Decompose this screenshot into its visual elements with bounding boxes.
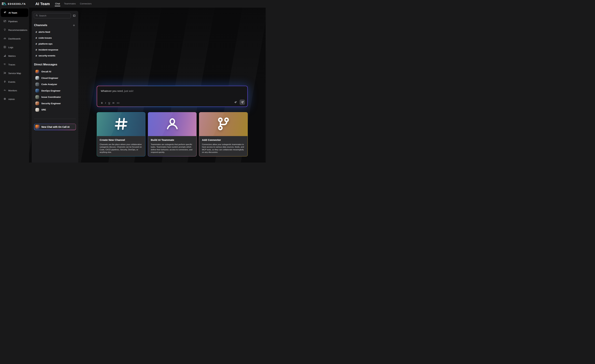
nav-item-recommendations[interactable]: Recommendations	[0, 26, 29, 34]
hash-icon: #	[35, 54, 37, 57]
nav-item-service-map[interactable]: Service Map	[0, 69, 29, 78]
gear-icon	[3, 97, 6, 101]
ai-sparkle-icon[interactable]	[234, 101, 237, 104]
italic-button[interactable]: I	[105, 102, 106, 104]
channel-item-alerts-feed[interactable]: # alerts-feed	[34, 29, 76, 35]
git-branch-icon	[216, 116, 231, 132]
format-toolbar: B I U H <>	[101, 102, 120, 104]
add-connector-card[interactable]: Add Connector Connectors allow your suba…	[199, 112, 248, 157]
card-title: Add Connector	[202, 138, 245, 142]
panel-divider	[34, 119, 76, 119]
dm-item-cloud-engineer[interactable]: Cloud Engineer	[34, 75, 76, 81]
channel-item-security-events[interactable]: # security-events	[34, 53, 76, 59]
nav-item-monitors[interactable]: Monitors	[0, 86, 29, 95]
collapse-panel-icon[interactable]	[73, 14, 76, 17]
user-icon	[165, 116, 180, 132]
main-area: Channels # alerts-feed # code-issues	[29, 8, 266, 163]
brand-name: EDGEDELTA	[8, 3, 26, 5]
content-column: Whatever you need, just ask! B I U H <>	[97, 86, 248, 157]
nav-item-ai-team[interactable]: AI Team	[1, 8, 28, 17]
search-box[interactable]	[34, 13, 71, 18]
send-button[interactable]	[240, 100, 245, 105]
dm-item-issue-coordinator[interactable]: Issue Coordinator	[34, 94, 76, 100]
chat-sidebar-panel: Channels # alerts-feed # code-issues	[32, 11, 78, 163]
bar-chart-icon	[3, 54, 6, 58]
channel-item-incident-response[interactable]: # incident-response	[34, 47, 76, 53]
nav-item-events[interactable]: Events	[0, 78, 29, 86]
nav-label: Logs	[8, 46, 13, 49]
nav-item-logs[interactable]: Logs	[0, 43, 29, 52]
edge-delta-logo[interactable]: EDGEDELTA	[2, 2, 26, 6]
network-icon	[3, 71, 6, 75]
dm-item-security-engineer[interactable]: Security Engineer	[34, 100, 76, 107]
card-description: Teammates are subagents that perform spe…	[151, 143, 194, 154]
tab-teammates[interactable]: Teammates	[64, 1, 76, 7]
hash-icon: #	[35, 36, 37, 39]
logs-icon	[3, 46, 6, 49]
add-connector-hero	[199, 112, 248, 136]
nav-label: Service Map	[8, 72, 21, 75]
sparkle-icon	[3, 11, 7, 14]
avatar	[35, 83, 39, 86]
lightbulb-icon	[3, 28, 6, 32]
app-window: EDGEDELTA AI Team Chat Teammates Connect…	[0, 0, 266, 163]
add-channel-button[interactable]	[72, 24, 75, 27]
create-channel-hero	[97, 112, 145, 136]
hash-icon: #	[35, 30, 37, 33]
nav-label: Events	[8, 81, 15, 83]
build-teammate-hero	[148, 112, 196, 136]
code-button[interactable]: <>	[117, 102, 120, 104]
nav-item-admin[interactable]: Admin	[0, 95, 29, 104]
card-title: Build AI Teammate	[151, 138, 194, 142]
gauge-icon	[3, 37, 6, 41]
avatar	[35, 76, 39, 80]
hash-icon: #	[35, 48, 37, 51]
nav-item-traces[interactable]: Traces	[0, 60, 29, 69]
nav-label: Recommendations	[8, 29, 28, 31]
left-nav: AI Team Pipelines	[0, 8, 29, 163]
nav-label: Traces	[8, 63, 15, 66]
channel-list: # alerts-feed # code-issues # platform-o…	[34, 29, 76, 59]
dm-list: Oncall AI Cloud Engineer Code Analyzer D…	[34, 68, 76, 113]
nav-item-dashboards[interactable]: Dashboards	[0, 34, 29, 43]
dm-title: Direct Messages	[34, 63, 57, 66]
quick-action-cards: Create New Channel Channels are the plac…	[97, 112, 248, 157]
underline-button[interactable]: U	[108, 102, 110, 104]
nav-item-pipelines[interactable]: Pipelines	[0, 17, 29, 26]
channels-title: Channels	[34, 24, 47, 27]
message-composer[interactable]: Whatever you need, just ask! B I U H <>	[97, 86, 248, 107]
channel-item-code-issues[interactable]: # code-issues	[34, 35, 76, 41]
avatar	[35, 89, 39, 93]
nav-label: Dashboards	[8, 37, 21, 40]
dm-item-devops-engineer[interactable]: DevOps Engineer	[34, 88, 76, 94]
top-bar: EDGEDELTA AI Team Chat Teammates Connect…	[0, 0, 266, 8]
top-tabs: Chat Teammates Connectors	[55, 1, 92, 7]
pulse-icon	[3, 89, 6, 92]
avatar	[35, 108, 39, 112]
tab-connectors[interactable]: Connectors	[80, 1, 92, 7]
card-description: Channels are the place where your collab…	[100, 143, 142, 154]
card-title: Create New Channel	[100, 138, 142, 142]
page-title: AI Team	[35, 2, 50, 6]
avatar	[35, 101, 39, 105]
heading-button[interactable]: H	[113, 102, 114, 104]
bold-button[interactable]: B	[101, 102, 103, 104]
nav-item-metrics[interactable]: Metrics	[0, 52, 29, 60]
nav-label: Pipelines	[8, 20, 18, 23]
avatar	[35, 95, 39, 99]
nav-label: AI Team	[8, 12, 17, 14]
create-channel-card[interactable]: Create New Channel Channels are the plac…	[97, 112, 145, 157]
build-teammate-card[interactable]: Build AI Teammate Teammates are subagent…	[148, 112, 197, 157]
tab-chat[interactable]: Chat	[55, 1, 60, 7]
new-chat-button[interactable]: New Chat with On Call AI	[34, 124, 76, 130]
nav-label: Admin	[8, 98, 15, 100]
dm-item-sre[interactable]: SRE	[34, 107, 76, 113]
bolt-icon	[3, 80, 6, 84]
dm-item-code-analyzer[interactable]: Code Analyzer	[34, 81, 76, 88]
search-input[interactable]	[39, 14, 69, 17]
dm-item-oncall-ai[interactable]: Oncall AI	[34, 68, 76, 75]
channel-item-platform-ops[interactable]: # platform-ops	[34, 41, 76, 47]
avatar	[35, 70, 39, 73]
avatar	[35, 125, 40, 129]
hash-icon: #	[35, 42, 37, 45]
